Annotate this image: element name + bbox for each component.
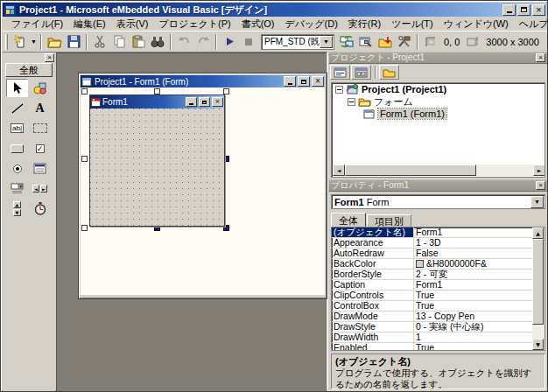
properties-panel-close-icon[interactable]: × (536, 181, 545, 190)
form-maximize-button[interactable] (199, 97, 210, 107)
scroll-left-icon[interactable]: ◄ (333, 164, 345, 176)
vscroll-thumb[interactable] (532, 239, 544, 325)
copy-button[interactable] (109, 33, 129, 51)
hscroll-thumb[interactable] (345, 164, 476, 176)
form-design-window[interactable]: Form1 × (89, 94, 225, 227)
tool-checkbox[interactable]: ✓ (29, 139, 51, 158)
view-object-button[interactable] (351, 65, 371, 80)
property-row[interactable]: ClipControlsTrue (332, 290, 544, 301)
collapse-icon[interactable] (348, 98, 355, 106)
menu-item-10[interactable]: ヘルプ(H) (514, 17, 548, 32)
property-row[interactable]: BorderStyle2 - 可変 (332, 270, 544, 280)
property-name[interactable]: (オブジェクト名) (332, 228, 414, 237)
property-name[interactable]: Enabled (332, 343, 414, 351)
property-name[interactable]: ControlBox (332, 301, 414, 311)
close-button[interactable]: × (532, 4, 545, 16)
property-value[interactable]: &H8000000F& (414, 259, 544, 269)
toolbar-grip[interactable] (5, 34, 8, 50)
property-name[interactable]: BorderStyle (332, 270, 414, 279)
scroll-up-icon[interactable]: ▲ (532, 228, 544, 239)
property-row[interactable]: (オブジェクト名)Form1 (332, 228, 544, 238)
save-button[interactable] (64, 33, 83, 51)
project-tree-hscrollbar[interactable]: ◄ ► (333, 164, 545, 176)
tool-pointer[interactable] (6, 79, 28, 97)
property-name[interactable]: Caption (332, 280, 414, 290)
tab-categorized[interactable]: 項目別 (367, 214, 411, 227)
property-value[interactable]: 1 (414, 332, 544, 342)
tool-combobox[interactable] (6, 179, 28, 198)
tool-textbox[interactable]: ab| (6, 119, 28, 137)
scroll-right-icon[interactable]: ► (533, 164, 545, 176)
property-row[interactable]: DrawStyle0 - 実線 (中心線) (332, 322, 544, 332)
form-close-button[interactable]: × (212, 97, 223, 107)
tree-item-forms-folder[interactable]: フォーム (332, 95, 544, 108)
selection-handle-top-right[interactable] (223, 88, 229, 94)
selection-handle-bottom-left[interactable] (81, 225, 88, 231)
tool-vscrollbar[interactable]: ▲▼ (6, 200, 28, 218)
menu-item-3[interactable]: 表示(V) (111, 17, 154, 32)
menu-item-2[interactable]: 編集(E) (68, 17, 111, 32)
new-project-button[interactable] (11, 33, 30, 51)
property-row[interactable]: CaptionForm1 (332, 280, 544, 290)
selection-handle-top-center[interactable] (154, 88, 160, 94)
toolbox-close-icon[interactable]: × (45, 53, 54, 62)
maximize-button[interactable] (517, 4, 530, 16)
cut-button[interactable] (90, 33, 109, 51)
property-value[interactable]: 13 - Copy Pen (414, 312, 544, 321)
property-row[interactable]: BackColor&H8000000F& (332, 259, 544, 270)
tree-item-form1[interactable]: Form1 (Form1) (332, 108, 544, 120)
tool-hscrollbar[interactable]: ◄► (29, 179, 51, 198)
minimize-button[interactable] (502, 4, 516, 16)
tool-timer[interactable] (29, 200, 51, 218)
open-button[interactable] (45, 33, 64, 51)
control-manager-button[interactable] (356, 33, 376, 51)
property-value[interactable]: True (414, 290, 544, 300)
property-row[interactable]: ControlBoxTrue (332, 301, 544, 312)
menu-item-4[interactable]: プロジェクト(P) (153, 17, 235, 32)
tool-picturebox[interactable] (29, 79, 51, 97)
tool-label[interactable]: A (29, 99, 51, 117)
menu-item-9[interactable]: ウィンドウ(W) (439, 17, 514, 32)
property-value[interactable]: True (414, 301, 544, 311)
property-row[interactable]: AutoRedrawFalse (332, 248, 544, 259)
tool-optionbutton[interactable] (6, 159, 28, 178)
menu-item-6[interactable]: デバッグ(D) (280, 17, 343, 32)
menu-item-1[interactable]: ファイル(F) (6, 17, 68, 32)
toggle-folders-button[interactable] (379, 65, 399, 80)
redo-button[interactable] (193, 33, 213, 51)
view-code-button[interactable] (330, 65, 350, 80)
device-combobox-arrow[interactable]: ▼ (320, 36, 333, 48)
property-value[interactable]: False (414, 248, 544, 258)
designer-titlebar[interactable]: Project1 - Form1 (Form) × (81, 75, 325, 88)
object-selector-combobox[interactable]: Form1 Form ▼ (331, 194, 545, 209)
selection-handle-middle-left[interactable] (81, 156, 88, 162)
property-value[interactable]: Form1 (414, 228, 544, 237)
menu-item-8[interactable]: ツール(T) (386, 17, 439, 32)
property-row[interactable]: Appearance1 - 3D (332, 238, 544, 248)
property-name[interactable]: DrawStyle (332, 322, 414, 332)
object-selector-arrow[interactable]: ▼ (530, 196, 544, 208)
tool-commandbutton[interactable] (6, 139, 28, 158)
property-name[interactable]: DrawMode (332, 312, 414, 321)
property-name[interactable]: AutoRedraw (332, 248, 414, 258)
designer-minimize-button[interactable] (284, 76, 296, 87)
download-button[interactable] (376, 33, 395, 51)
new-project-dropdown[interactable]: ▼ (30, 33, 38, 51)
tool-frame[interactable] (29, 119, 51, 137)
device-sync-button[interactable] (337, 33, 356, 51)
tool-line[interactable] (6, 99, 28, 117)
property-name[interactable]: ClipControls (332, 290, 414, 300)
menu-item-7[interactable]: 実行(R) (343, 17, 386, 32)
toolbox-tab-general[interactable]: 全般 (5, 63, 53, 77)
designer-close-button[interactable]: × (312, 76, 324, 87)
property-value[interactable]: 1 - 3D (414, 238, 544, 248)
project-panel-titlebar[interactable]: プロジェクト - Project1 × (328, 52, 548, 64)
device-combobox[interactable]: PFM_STD (既 ▼ (261, 34, 334, 50)
property-value[interactable]: True (414, 343, 544, 351)
designer-maximize-button[interactable] (298, 76, 310, 87)
stop-button[interactable] (239, 33, 258, 51)
form-grid-surface[interactable] (90, 108, 224, 226)
find-button[interactable] (148, 33, 167, 51)
property-name[interactable]: Appearance (332, 238, 414, 248)
property-grid-vscrollbar[interactable]: ▲ ▼ (532, 228, 544, 350)
